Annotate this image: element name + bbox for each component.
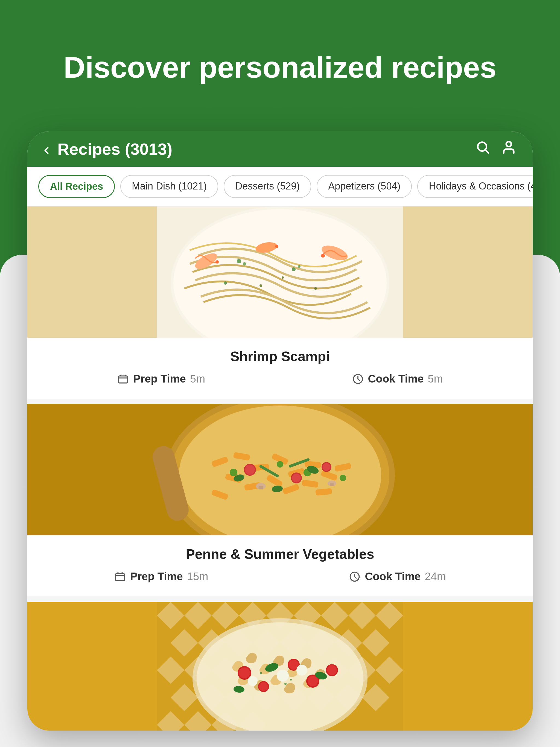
- cook-icon: [352, 373, 364, 385]
- svg-point-111: [259, 682, 268, 691]
- prep-icon-penne: [114, 571, 126, 583]
- svg-point-116: [297, 665, 307, 676]
- recipe-info-shrimp: Shrimp Scampi Prep Time 5m: [27, 338, 533, 398]
- svg-point-48: [230, 469, 237, 476]
- phone-frame: ‹ Recipes (3013) All Recipes Main Dish (…: [27, 131, 533, 730]
- recipe-meta-shrimp: Prep Time 5m Cook Time 5m: [44, 373, 516, 390]
- category-tab-all[interactable]: All Recipes: [38, 175, 115, 198]
- search-icon[interactable]: [475, 140, 490, 159]
- svg-point-121: [290, 679, 292, 680]
- svg-point-122: [260, 672, 262, 674]
- svg-rect-60: [330, 483, 334, 486]
- recipe-list: Shrimp Scampi Prep Time 5m: [27, 206, 533, 730]
- profile-icon[interactable]: [501, 140, 516, 159]
- recipe-card-caprese[interactable]: Cellentani Caprese Salad Prep Time 10m: [27, 602, 533, 730]
- svg-point-19: [314, 287, 317, 290]
- svg-point-105: [239, 667, 250, 678]
- svg-point-9: [321, 254, 325, 258]
- recipe-image-caprese: [27, 602, 533, 730]
- cook-value-penne: 24m: [425, 570, 446, 583]
- svg-point-45: [292, 473, 301, 482]
- cook-time-penne: Cook Time 24m: [349, 570, 446, 583]
- recipe-info-penne: Penne & Summer Vegetables Prep Time 15m: [27, 535, 533, 596]
- svg-point-113: [327, 665, 337, 675]
- svg-point-17: [259, 284, 262, 287]
- cook-value-shrimp: 5m: [428, 373, 443, 385]
- svg-point-15: [298, 265, 301, 268]
- svg-point-43: [245, 465, 255, 475]
- recipe-name-shrimp: Shrimp Scampi: [44, 349, 516, 364]
- recipe-image-shrimp: [27, 206, 533, 338]
- svg-point-49: [277, 461, 283, 468]
- header-icons: [475, 140, 516, 159]
- recipe-card-shrimp[interactable]: Shrimp Scampi Prep Time 5m: [27, 206, 533, 398]
- svg-point-2: [506, 141, 511, 146]
- svg-point-115: [248, 676, 258, 686]
- header-title: Recipes (3013): [57, 140, 475, 159]
- category-tab-main[interactable]: Main Dish (1021): [120, 175, 218, 198]
- cook-label: Cook Time: [368, 373, 424, 385]
- prep-value-shrimp: 5m: [190, 373, 205, 385]
- svg-line-1: [486, 150, 488, 153]
- prep-icon: [117, 373, 129, 385]
- prep-value-penne: 15m: [187, 570, 208, 583]
- category-bar: All Recipes Main Dish (1021) Desserts (5…: [27, 167, 533, 206]
- recipe-name-penne: Penne & Summer Vegetables: [44, 546, 516, 562]
- svg-point-7: [215, 260, 219, 264]
- svg-point-12: [237, 259, 241, 263]
- cook-icon-penne: [349, 571, 361, 583]
- svg-point-114: [277, 670, 289, 681]
- back-button[interactable]: ‹: [44, 140, 49, 159]
- svg-point-18: [282, 277, 284, 279]
- prep-label: Prep Time: [133, 373, 186, 385]
- svg-rect-20: [119, 376, 128, 383]
- svg-point-14: [292, 267, 296, 271]
- svg-point-47: [323, 463, 330, 471]
- svg-point-51: [339, 475, 346, 481]
- svg-rect-58: [259, 486, 263, 489]
- cook-label-penne: Cook Time: [365, 570, 421, 583]
- svg-point-120: [284, 683, 286, 685]
- prep-time-shrimp: Prep Time 5m: [117, 373, 205, 385]
- category-tab-desserts[interactable]: Desserts (529): [224, 175, 311, 198]
- svg-rect-61: [116, 574, 124, 581]
- svg-point-11: [275, 245, 278, 248]
- hero-title: Discover personalized recipes: [0, 49, 560, 85]
- prep-time-penne: Prep Time 15m: [114, 570, 208, 583]
- cook-time-shrimp: Cook Time 5m: [352, 373, 443, 385]
- app-header: ‹ Recipes (3013): [27, 131, 533, 167]
- recipe-image-penne: [27, 404, 533, 535]
- category-tab-appetizers[interactable]: Appetizers (504): [316, 175, 412, 198]
- svg-point-109: [308, 676, 318, 686]
- svg-point-16: [224, 281, 227, 285]
- prep-label-penne: Prep Time: [130, 570, 183, 583]
- category-tab-holidays[interactable]: Holidays & Occasions (432): [417, 175, 533, 198]
- recipe-card-penne[interactable]: Penne & Summer Vegetables Prep Time 15m: [27, 404, 533, 596]
- recipe-meta-penne: Prep Time 15m Cook Time 24m: [44, 570, 516, 588]
- svg-point-13: [243, 262, 246, 265]
